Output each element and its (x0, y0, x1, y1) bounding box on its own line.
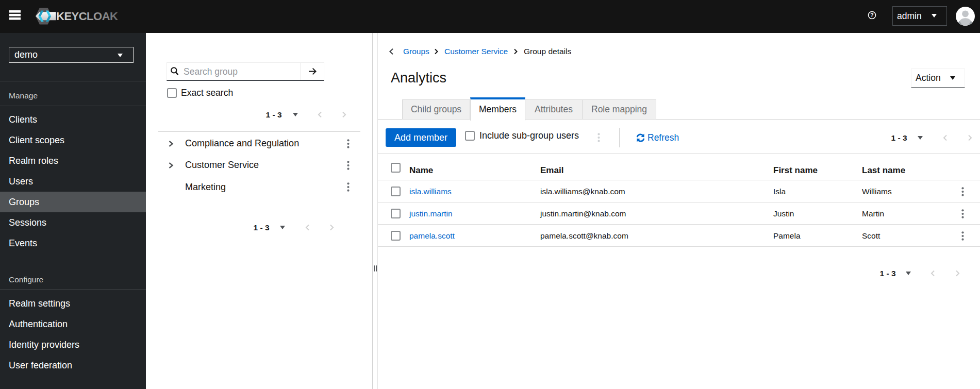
svg-text:KEYCLOAK: KEYCLOAK (56, 10, 118, 23)
svg-text:?: ? (870, 12, 873, 18)
